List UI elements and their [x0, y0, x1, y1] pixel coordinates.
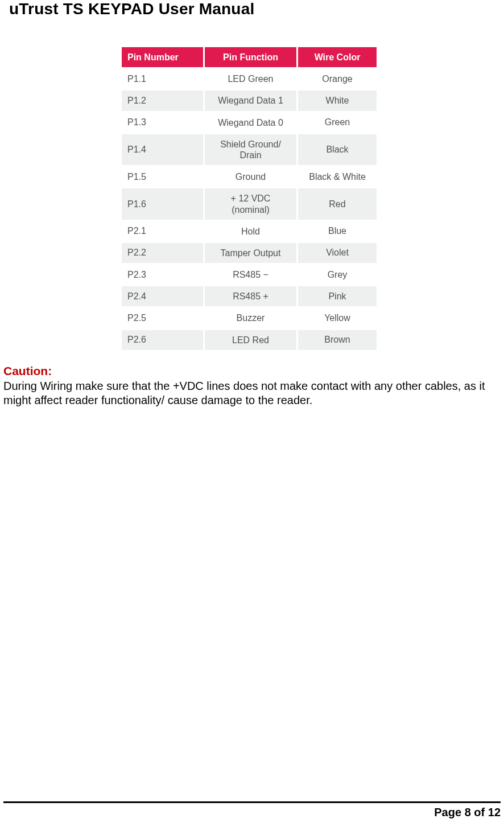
header-pin-function: Pin Function	[205, 47, 298, 69]
cell-wire-color: White	[298, 90, 377, 112]
cell-pin-function: Hold	[205, 221, 298, 243]
table-row: P1.4Shield Ground/ DrainBlack	[122, 134, 377, 167]
cell-pin-function: Shield Ground/ Drain	[205, 134, 298, 167]
header-wire-color: Wire Color	[298, 47, 377, 69]
cell-wire-color: Blue	[298, 221, 377, 243]
table-row: P1.1LED GreenOrange	[122, 69, 377, 90]
cell-pin-function: Ground	[205, 167, 298, 188]
cell-pin-number: P2.2	[122, 243, 205, 265]
cell-pin-number: P2.1	[122, 221, 205, 243]
page-title: uTrust TS KEYPAD User Manual	[9, 0, 254, 18]
cell-wire-color: Violet	[298, 243, 377, 265]
caution-text: During Wiring make sure that the +VDC li…	[3, 379, 501, 408]
cell-wire-color: Pink	[298, 286, 377, 308]
cell-wire-color: Brown	[298, 330, 377, 352]
table-row: P1.6+ 12 VDC (nominal)Red	[122, 188, 377, 221]
cell-pin-number: P1.6	[122, 188, 205, 221]
table-row: P2.2Tamper OutputViolet	[122, 243, 377, 265]
cell-pin-number: P2.6	[122, 330, 205, 352]
table-row: P1.3Wiegand Data 0Green	[122, 113, 377, 134]
cell-pin-function: Buzzer	[205, 308, 298, 330]
caution-section: Caution: During Wiring make sure that th…	[3, 364, 501, 408]
cell-pin-function: LED Red	[205, 330, 298, 352]
table-row: P1.5GroundBlack & White	[122, 167, 377, 188]
cell-pin-number: P2.5	[122, 308, 205, 330]
pin-table: Pin Number Pin Function Wire Color P1.1L…	[122, 47, 377, 352]
caution-label: Caution:	[3, 364, 501, 378]
table-row: P2.4RS485 +Pink	[122, 286, 377, 308]
table-row: P2.3RS485 −Grey	[122, 265, 377, 286]
cell-wire-color: Orange	[298, 69, 377, 90]
cell-pin-number: P2.3	[122, 265, 205, 286]
cell-pin-function: RS485 +	[205, 286, 298, 308]
cell-wire-color: Red	[298, 188, 377, 221]
footer-divider	[3, 801, 501, 803]
cell-pin-function: RS485 −	[205, 265, 298, 286]
page-number: Page 8 of 12	[434, 806, 501, 819]
cell-pin-function: LED Green	[205, 69, 298, 90]
manual-page: uTrust TS KEYPAD User Manual Pin Number …	[0, 0, 504, 827]
cell-pin-number: P1.1	[122, 69, 205, 90]
header-pin-number: Pin Number	[122, 47, 205, 69]
table-row: P2.6LED RedBrown	[122, 330, 377, 352]
cell-wire-color: Black & White	[298, 167, 377, 188]
cell-pin-function: Tamper Output	[205, 243, 298, 265]
cell-pin-function: Wiegand Data 1	[205, 90, 298, 112]
table-row: P2.5BuzzerYellow	[122, 308, 377, 330]
cell-pin-number: P1.5	[122, 167, 205, 188]
cell-pin-function: Wiegand Data 0	[205, 113, 298, 134]
cell-pin-number: P1.4	[122, 134, 205, 167]
table-header-row: Pin Number Pin Function Wire Color	[122, 47, 377, 69]
cell-wire-color: Black	[298, 134, 377, 167]
cell-wire-color: Grey	[298, 265, 377, 286]
cell-pin-function: + 12 VDC (nominal)	[205, 188, 298, 221]
cell-wire-color: Green	[298, 113, 377, 134]
table-row: P1.2Wiegand Data 1White	[122, 90, 377, 112]
cell-pin-number: P1.3	[122, 113, 205, 134]
cell-wire-color: Yellow	[298, 308, 377, 330]
cell-pin-number: P2.4	[122, 286, 205, 308]
table-row: P2.1HoldBlue	[122, 221, 377, 243]
cell-pin-number: P1.2	[122, 90, 205, 112]
